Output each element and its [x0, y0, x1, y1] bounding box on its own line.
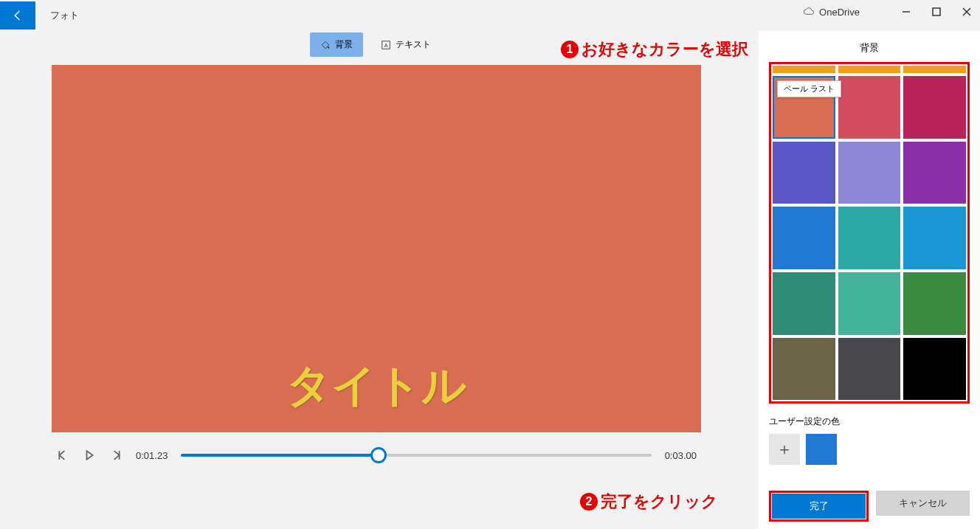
- tab-text-label: テキスト: [396, 38, 431, 51]
- arrow-left-icon: [11, 9, 24, 22]
- cloud-icon: [803, 6, 815, 18]
- preview-canvas: タイトル: [52, 65, 701, 432]
- paint-bucket-icon: [320, 40, 331, 50]
- done-button[interactable]: 完了: [772, 494, 866, 519]
- svg-point-4: [328, 46, 329, 48]
- color-swatch[interactable]: [838, 142, 901, 204]
- prev-frame-button[interactable]: [56, 449, 69, 462]
- annotation-2: 2 完了をクリック: [580, 491, 718, 513]
- panel-title: 背景: [769, 41, 970, 55]
- color-swatch[interactable]: [903, 338, 966, 401]
- color-swatch[interactable]: [838, 76, 901, 139]
- onedrive-indicator[interactable]: OneDrive: [803, 6, 860, 18]
- preview-title-text: タイトル: [286, 356, 466, 416]
- custom-color-label: ユーザー設定の色: [769, 415, 970, 428]
- app-title: フォト: [50, 9, 79, 22]
- minimize-button[interactable]: [900, 6, 912, 18]
- color-swatch[interactable]: [773, 207, 835, 269]
- onedrive-label: OneDrive: [819, 7, 860, 18]
- timeline-track[interactable]: [181, 454, 651, 457]
- total-time: 0:03.00: [665, 450, 697, 461]
- cancel-button[interactable]: キャンセル: [876, 491, 970, 516]
- accent-strip: [838, 66, 901, 73]
- color-swatch[interactable]: [903, 272, 966, 335]
- accent-strip: [903, 66, 966, 73]
- tab-text[interactable]: A テキスト: [370, 32, 441, 57]
- close-button[interactable]: [961, 6, 973, 18]
- add-custom-color-button[interactable]: ＋: [769, 434, 800, 465]
- annotation-2-text: 完了をクリック: [601, 491, 718, 513]
- color-swatch[interactable]: [838, 207, 901, 269]
- color-swatch[interactable]: [773, 338, 835, 401]
- timeline-thumb[interactable]: [370, 447, 387, 463]
- custom-color-swatch[interactable]: [806, 434, 837, 465]
- playback-bar: 0:01.23 0:03.00: [52, 449, 701, 462]
- color-swatch[interactable]: [838, 338, 901, 401]
- color-swatch[interactable]: ペール ラスト: [773, 76, 835, 139]
- tab-background[interactable]: 背景: [310, 32, 363, 57]
- color-swatch[interactable]: [773, 142, 835, 204]
- plus-icon: ＋: [776, 438, 793, 460]
- annotation-1-number: 1: [561, 41, 579, 58]
- maximize-button[interactable]: [931, 6, 942, 18]
- color-swatch[interactable]: [903, 76, 966, 139]
- back-button[interactable]: [0, 1, 35, 30]
- accent-strip: [773, 66, 835, 73]
- color-swatch[interactable]: [903, 142, 966, 204]
- annotation-1-text: お好きなカラーを選択: [582, 38, 748, 60]
- swatch-area-highlight: ペール ラスト: [769, 62, 970, 404]
- color-swatch[interactable]: [838, 272, 901, 335]
- text-icon: A: [381, 40, 391, 50]
- annotation-2-number: 2: [580, 493, 598, 511]
- next-frame-button[interactable]: [109, 449, 122, 462]
- svg-text:A: A: [384, 42, 388, 47]
- done-button-highlight: 完了: [769, 491, 869, 522]
- swatch-tooltip: ペール ラスト: [777, 80, 841, 97]
- svg-rect-1: [933, 8, 940, 15]
- color-swatch[interactable]: [903, 207, 966, 269]
- color-swatch[interactable]: [773, 272, 835, 335]
- timeline-fill: [181, 454, 379, 457]
- background-panel: 背景 ペール ラスト ユーザー設定の色 ＋ 完了 キャンセル: [759, 31, 980, 529]
- annotation-1: 1 お好きなカラーを選択: [561, 38, 748, 60]
- current-time: 0:01.23: [136, 450, 168, 461]
- tab-background-label: 背景: [335, 38, 353, 51]
- play-button[interactable]: [83, 449, 96, 462]
